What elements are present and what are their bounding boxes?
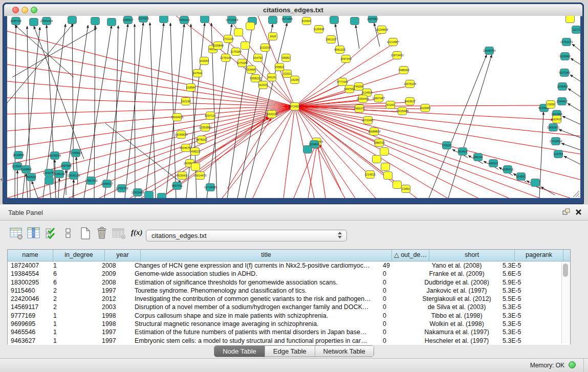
table-cell[interactable]: 14569117: [8, 303, 50, 311]
table-cell[interactable]: 9699695: [8, 320, 50, 328]
network-node[interactable]: 963413: [458, 148, 467, 156]
network-node[interactable]: [384, 172, 393, 180]
table-cell[interactable]: 5.3E-5: [499, 303, 545, 311]
column-header-pagerank[interactable]: pagerank: [515, 250, 563, 261]
table-cell[interactable]: Wolkin et al. (1998): [414, 320, 499, 328]
table-cell[interactable]: 49: [380, 261, 414, 270]
table-cell[interactable]: 0: [380, 303, 414, 311]
table-cell[interactable]: 19384554: [8, 270, 50, 278]
table-cell[interactable]: 0: [380, 270, 414, 278]
table-cell[interactable]: Estimation of the future numbers of pati…: [132, 328, 380, 336]
network-node[interactable]: 9463627: [404, 98, 415, 105]
table-cell[interactable]: Nakamura et al. (1997): [414, 328, 499, 336]
network-node[interactable]: 142064: [200, 57, 209, 65]
network-node[interactable]: 9227349: [559, 69, 570, 77]
float-panel-icon[interactable]: [562, 208, 571, 217]
network-node[interactable]: 2620858: [13, 151, 24, 159]
table-scrollbar[interactable]: [561, 261, 570, 343]
network-node[interactable]: 986244: [473, 154, 483, 161]
network-node[interactable]: 1671355: [281, 16, 292, 23]
table-cell[interactable]: 1997: [99, 287, 132, 295]
network-node[interactable]: 9857791: [171, 182, 182, 190]
function-builder-icon[interactable]: f(x): [131, 228, 145, 244]
memory-indicator[interactable]: [569, 361, 576, 368]
network-canvas[interactable]: 4055734276914061085527152700364661601071…: [7, 16, 580, 198]
network-node[interactable]: 7986372: [354, 105, 364, 113]
table-cell[interactable]: Changes of HCN gene expression and I(f) …: [132, 261, 380, 270]
network-node[interactable]: 1498222: [189, 148, 200, 156]
table-cell[interactable]: 5.3E-5: [499, 287, 545, 295]
network-node[interactable]: 1214512: [364, 171, 375, 179]
network-node[interactable]: 247542: [193, 70, 202, 77]
column-header-title[interactable]: title: [141, 250, 392, 261]
table-cell[interactable]: Embryonic stem cells: a model to study s…: [132, 337, 380, 345]
network-node[interactable]: 9115460: [420, 104, 430, 112]
network-node[interactable]: [158, 193, 166, 199]
network-node[interactable]: 10807487: [373, 95, 385, 102]
network-node[interactable]: 6497568: [344, 85, 355, 93]
table-cell[interactable]: 18724007: [8, 261, 50, 270]
table-cell[interactable]: Corpus callosum shape and size in male p…: [132, 312, 380, 320]
network-node[interactable]: 16154838: [376, 26, 388, 34]
table-cell[interactable]: 1998: [99, 312, 132, 320]
table-cell[interactable]: 2012: [99, 295, 132, 303]
column-header-name[interactable]: name: [8, 250, 53, 261]
table-cell[interactable]: 1998: [99, 320, 132, 328]
network-node[interactable]: 16958107: [101, 180, 113, 188]
table-cell[interactable]: Stergiakouli et al. (2012): [414, 295, 499, 303]
table-cell[interactable]: Genome-wide association studies in ADHD.: [132, 270, 380, 278]
table-cell[interactable]: 0: [380, 337, 414, 345]
panel-splitter-arrow[interactable]: [0, 177, 3, 182]
network-node[interactable]: 1209358: [557, 83, 568, 91]
network-node[interactable]: 12213967: [387, 38, 399, 46]
table-cell[interactable]: Jankovic et al. (1997): [414, 287, 499, 295]
network-node[interactable]: [566, 16, 575, 23]
network-node[interactable]: 17359924: [70, 149, 82, 157]
table-cell[interactable]: 1: [50, 337, 99, 345]
network-node[interactable]: 1156863: [20, 166, 31, 173]
table-scrollbar-thumb[interactable]: [563, 264, 568, 277]
table-cell[interactable]: 1: [50, 261, 99, 270]
network-node[interactable]: 924502: [516, 173, 526, 181]
network-node[interactable]: 1697343: [340, 55, 351, 63]
network-node[interactable]: 2206848: [212, 42, 223, 50]
network-node[interactable]: [531, 179, 540, 187]
network-node[interactable]: 1880725: [374, 139, 384, 147]
network-node[interactable]: 162015: [258, 81, 268, 89]
table-cell[interactable]: 5.3E-5: [499, 261, 545, 270]
network-node[interactable]: 679197: [442, 142, 451, 149]
tab-edge-table[interactable]: Edge Table: [265, 346, 315, 357]
table-cell[interactable]: 9463627: [8, 337, 50, 345]
table-cell[interactable]: 2008: [99, 261, 132, 270]
network-node[interactable]: 10719184: [226, 16, 238, 24]
table-row[interactable]: 1938455462009Genome-wide association stu…: [8, 270, 570, 278]
network-node[interactable]: [45, 177, 54, 185]
table-cell[interactable]: Disruption of a novel member of a sodium…: [132, 303, 380, 311]
network-node[interactable]: 95582: [282, 54, 291, 62]
table-cell[interactable]: 0: [380, 295, 414, 303]
network-node[interactable]: [91, 17, 100, 25]
network-node[interactable]: 9777169: [337, 78, 347, 86]
table-cell[interactable]: Tourette syndrome. Phenomenology and cla…: [132, 287, 380, 295]
table-row[interactable]: 946554611997Estimation of the future num…: [8, 328, 570, 336]
network-node[interactable]: 154792: [253, 54, 263, 62]
table-row[interactable]: 1872400712008Changes of HCN gene express…: [8, 261, 570, 270]
network-node[interactable]: 16235: [291, 76, 299, 84]
network-node[interactable]: 32201: [283, 70, 292, 78]
network-node[interactable]: 1244413: [556, 98, 567, 105]
network-node[interactable]: 162138: [181, 98, 190, 105]
network-node[interactable]: 12353584: [199, 124, 211, 132]
network-node[interactable]: [241, 42, 250, 50]
network-node[interactable]: 2087682: [367, 16, 378, 23]
network-node[interactable]: 16914479: [194, 172, 206, 180]
network-node[interactable]: 11172: [572, 26, 581, 34]
network-node[interactable]: 12923488: [132, 189, 144, 196]
table-cell[interactable]: 5.6E-5: [499, 270, 545, 278]
network-node[interactable]: 1022035: [259, 44, 270, 52]
table-cell[interactable]: 1997: [99, 337, 132, 345]
network-node[interactable]: 162415: [552, 116, 561, 123]
window-titlebar[interactable]: citations_edges.txt: [4, 4, 582, 16]
network-node[interactable]: 155822: [275, 63, 284, 71]
network-node[interactable]: [373, 156, 381, 163]
network-node[interactable]: [145, 191, 154, 199]
